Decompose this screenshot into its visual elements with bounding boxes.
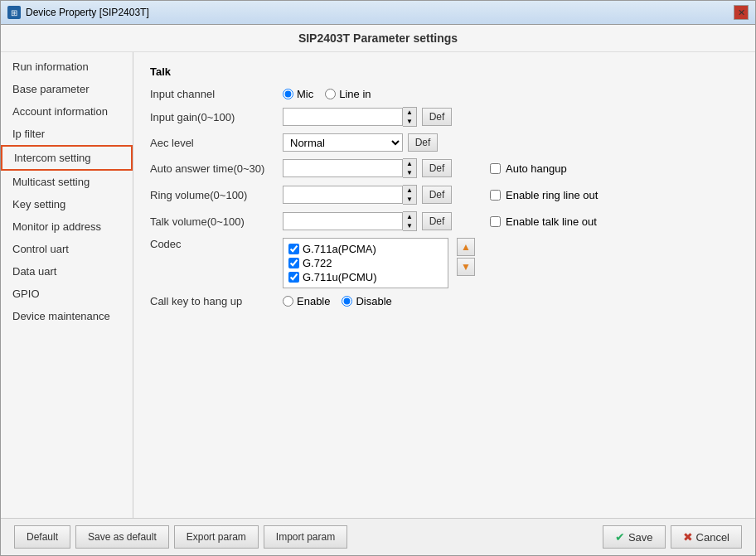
input-channel-label: Input channel: [150, 88, 283, 100]
codec-up-button[interactable]: ▲: [457, 238, 475, 256]
talk-volume-field[interactable]: 95: [283, 212, 403, 230]
aec-level-control: Normal Low Medium High Def: [283, 133, 438, 152]
ring-volume-spinner: 88 ▲ ▼: [283, 185, 417, 205]
call-key-control: Enable Disable: [283, 295, 392, 307]
sidebar-item-gpio[interactable]: GPIO: [1, 283, 133, 305]
cancel-icon: ✖: [683, 530, 693, 544]
close-button[interactable]: ✕: [734, 5, 749, 20]
ring-volume-label: Ring volume(0~100): [150, 189, 283, 201]
sidebar-item-run-information[interactable]: Run information: [1, 56, 133, 78]
aec-level-label: Aec level: [150, 137, 283, 149]
save-button[interactable]: ✔ Save: [603, 525, 666, 549]
cancel-button[interactable]: ✖ Cancel: [671, 525, 742, 549]
sidebar-item-ip-filter[interactable]: Ip filter: [1, 123, 133, 145]
radio-disable[interactable]: Disable: [342, 295, 391, 307]
import-param-button[interactable]: Import param: [264, 525, 347, 549]
ring-volume-row: Ring volume(0~100) 88 ▲ ▼ Def Enable rin: [150, 185, 739, 205]
input-gain-field[interactable]: 20: [283, 108, 403, 126]
save-as-default-button[interactable]: Save as default: [75, 525, 169, 549]
radio-disable-input[interactable]: [342, 296, 352, 307]
sidebar-item-base-parameter[interactable]: Base parameter: [1, 78, 133, 100]
input-gain-up[interactable]: ▲: [403, 108, 416, 117]
input-gain-spinners: ▲ ▼: [403, 107, 417, 127]
bottom-right-buttons: ✔ Save ✖ Cancel: [603, 525, 742, 549]
page-title: SIP2403T Parameter settings: [1, 25, 755, 52]
sidebar-item-device-maintenance[interactable]: Device maintenance: [1, 305, 133, 327]
sidebar-item-intercom-setting[interactable]: Intercom setting: [1, 145, 133, 171]
radio-disable-label: Disable: [356, 295, 391, 307]
codec-pcmu-label: G.711u(PCMU): [303, 271, 377, 283]
enable-talk-line-label: Enable talk line out: [506, 215, 597, 228]
title-bar: ⊞ Device Property [SIP2403T] ✕: [1, 1, 755, 25]
input-channel-row: Input channel Mic Line in: [150, 88, 739, 100]
codec-item-pcmu[interactable]: G.711u(PCMU): [288, 270, 443, 284]
ring-volume-field[interactable]: 88: [283, 186, 403, 204]
sidebar-item-data-uart[interactable]: Data uart: [1, 260, 133, 283]
auto-answer-field[interactable]: 3: [283, 159, 403, 177]
auto-answer-spinner: 3 ▲ ▼: [283, 158, 417, 178]
enable-talk-line-input[interactable]: [490, 216, 501, 227]
codec-row: Codec G.711a(PCMA) G.722 G.7: [150, 238, 739, 288]
radio-linein-input[interactable]: [325, 89, 336, 99]
radio-mic[interactable]: Mic: [283, 88, 313, 100]
input-gain-down[interactable]: ▼: [403, 117, 416, 126]
auto-answer-def-button[interactable]: Def: [422, 159, 452, 177]
radio-linein-label: Line in: [339, 88, 371, 100]
cancel-label: Cancel: [696, 531, 729, 544]
save-icon: ✔: [615, 530, 625, 544]
codec-item-pcma[interactable]: G.711a(PCMA): [288, 242, 443, 256]
enable-talk-line-check[interactable]: Enable talk line out: [490, 215, 597, 228]
aec-level-row: Aec level Normal Low Medium High Def: [150, 133, 739, 152]
enable-ring-line-input[interactable]: [490, 190, 501, 201]
aec-level-select[interactable]: Normal Low Medium High: [283, 133, 403, 152]
export-param-button[interactable]: Export param: [174, 525, 259, 549]
input-gain-spinner: 20 ▲ ▼: [283, 107, 417, 127]
sidebar: Run information Base parameter Account i…: [1, 52, 133, 518]
ring-volume-control: 88 ▲ ▼ Def Enable ring line out: [283, 185, 598, 205]
title-bar-left: ⊞ Device Property [SIP2403T]: [7, 6, 149, 19]
auto-answer-up[interactable]: ▲: [403, 159, 416, 168]
talk-volume-up[interactable]: ▲: [403, 212, 416, 221]
sidebar-item-control-uart[interactable]: Control uart: [1, 238, 133, 260]
enable-ring-line-check[interactable]: Enable ring line out: [490, 189, 598, 201]
bottom-left-buttons: Default Save as default Export param Imp…: [14, 525, 347, 549]
radio-enable-input[interactable]: [283, 296, 293, 307]
talk-volume-spinners: ▲ ▼: [403, 211, 417, 231]
talk-line-checkboxes: Enable talk line out: [490, 215, 597, 228]
auto-answer-label: Auto answer time(0~30): [150, 162, 283, 175]
input-gain-row: Input gain(0~100) 20 ▲ ▼ Def: [150, 107, 739, 127]
save-label: Save: [628, 531, 653, 544]
radio-mic-input[interactable]: [283, 89, 293, 99]
codec-down-button[interactable]: ▼: [457, 258, 475, 276]
talk-volume-label: Talk volume(0~100): [150, 215, 283, 228]
ring-volume-def-button[interactable]: Def: [422, 186, 452, 204]
input-gain-def-button[interactable]: Def: [422, 108, 452, 126]
talk-volume-row: Talk volume(0~100) 95 ▲ ▼ Def Enable tal: [150, 211, 739, 231]
auto-answer-down[interactable]: ▼: [403, 168, 416, 177]
default-button[interactable]: Default: [14, 525, 70, 549]
ring-volume-down[interactable]: ▼: [403, 195, 416, 204]
input-gain-control: 20 ▲ ▼ Def: [283, 107, 452, 127]
codec-pcma-checkbox[interactable]: [288, 244, 299, 254]
codec-item-g722[interactable]: G.722: [288, 256, 443, 270]
auto-hangup-input[interactable]: [490, 163, 501, 174]
main-panel: Talk Input channel Mic Line in Inpu: [133, 52, 755, 518]
talk-volume-down[interactable]: ▼: [403, 221, 416, 230]
sidebar-item-multicast-setting[interactable]: Multicast setting: [1, 171, 133, 193]
codec-pcma-label: G.711a(PCMA): [303, 243, 376, 255]
sidebar-item-monitor-ip-address[interactable]: Monitor ip address: [1, 215, 133, 238]
sidebar-item-key-setting[interactable]: Key setting: [1, 193, 133, 215]
radio-enable[interactable]: Enable: [283, 295, 330, 307]
auto-answer-spinners: ▲ ▼: [403, 158, 417, 178]
ring-volume-up[interactable]: ▲: [403, 186, 416, 195]
aec-level-def-button[interactable]: Def: [408, 133, 438, 152]
radio-mic-label: Mic: [297, 88, 313, 100]
radio-linein[interactable]: Line in: [325, 88, 371, 100]
codec-g722-checkbox[interactable]: [288, 258, 299, 268]
talk-volume-def-button[interactable]: Def: [422, 212, 452, 230]
codec-pcmu-checkbox[interactable]: [288, 272, 299, 283]
auto-hangup-check[interactable]: Auto hangup: [490, 162, 567, 175]
content-area: Run information Base parameter Account i…: [1, 52, 755, 518]
auto-hangup-label: Auto hangup: [506, 162, 567, 175]
sidebar-item-account-information[interactable]: Account information: [1, 100, 133, 123]
